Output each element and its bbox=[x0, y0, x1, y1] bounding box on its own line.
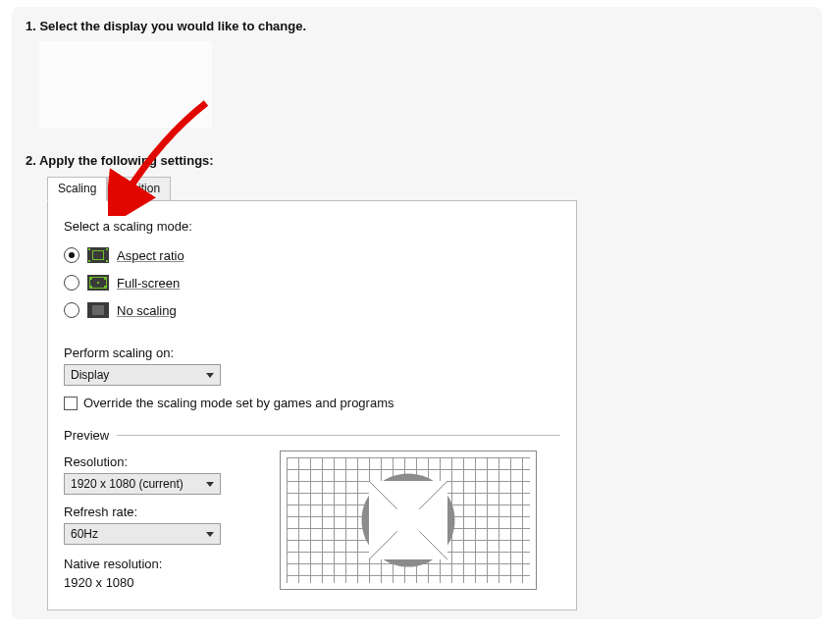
resolution-value: 1920 x 1080 (current) bbox=[71, 477, 184, 491]
radio-full-screen-label: Full-screen bbox=[117, 276, 180, 291]
refresh-rate-select[interactable]: 60Hz bbox=[64, 523, 221, 545]
full-screen-icon bbox=[87, 275, 109, 291]
step1-heading: 1. Select the display you would like to … bbox=[26, 19, 809, 33]
radio-dot-icon bbox=[64, 275, 79, 291]
scaling-panel: Select a scaling mode: Aspect ratio Full… bbox=[47, 200, 577, 610]
scaling-mode-label: Select a scaling mode: bbox=[64, 219, 560, 234]
native-resolution-label: Native resolution: bbox=[64, 557, 270, 571]
chevron-down-icon bbox=[206, 373, 214, 378]
radio-dot-icon bbox=[64, 302, 79, 318]
divider bbox=[117, 435, 560, 436]
aspect-ratio-icon bbox=[87, 247, 109, 263]
no-scaling-icon bbox=[87, 302, 109, 318]
tab-scaling[interactable]: Scaling bbox=[47, 177, 107, 201]
display-thumbnail[interactable] bbox=[39, 41, 212, 128]
perform-scaling-label: Perform scaling on: bbox=[64, 345, 560, 360]
resolution-select[interactable]: 1920 x 1080 (current) bbox=[64, 473, 221, 495]
override-checkbox-row[interactable]: Override the scaling mode set by games a… bbox=[64, 396, 560, 410]
perform-scaling-select[interactable]: Display bbox=[64, 364, 221, 386]
preview-heading: Preview bbox=[64, 428, 109, 443]
chevron-down-icon bbox=[206, 532, 214, 537]
override-label: Override the scaling mode set by games a… bbox=[83, 396, 394, 410]
radio-no-scaling-label: No scaling bbox=[117, 303, 177, 318]
refresh-rate-value: 60Hz bbox=[71, 527, 98, 541]
refresh-rate-label: Refresh rate: bbox=[64, 504, 270, 519]
resolution-label: Resolution: bbox=[64, 454, 270, 469]
preview-monitor bbox=[280, 451, 537, 590]
chevron-down-icon bbox=[206, 482, 214, 487]
radio-dot-icon bbox=[64, 247, 79, 263]
native-resolution-value: 1920 x 1080 bbox=[64, 575, 270, 590]
radio-no-scaling[interactable]: No scaling bbox=[64, 298, 560, 322]
step2-heading: 2. Apply the following settings: bbox=[26, 153, 809, 168]
checkbox-icon bbox=[64, 397, 78, 410]
scaling-tabs: Scaling Position bbox=[47, 176, 809, 200]
radio-aspect-ratio-label: Aspect ratio bbox=[117, 248, 184, 263]
radio-aspect-ratio[interactable]: Aspect ratio bbox=[64, 243, 560, 267]
tab-position[interactable]: Position bbox=[107, 177, 171, 201]
radio-full-screen[interactable]: Full-screen bbox=[64, 271, 560, 294]
perform-scaling-value: Display bbox=[71, 368, 109, 382]
